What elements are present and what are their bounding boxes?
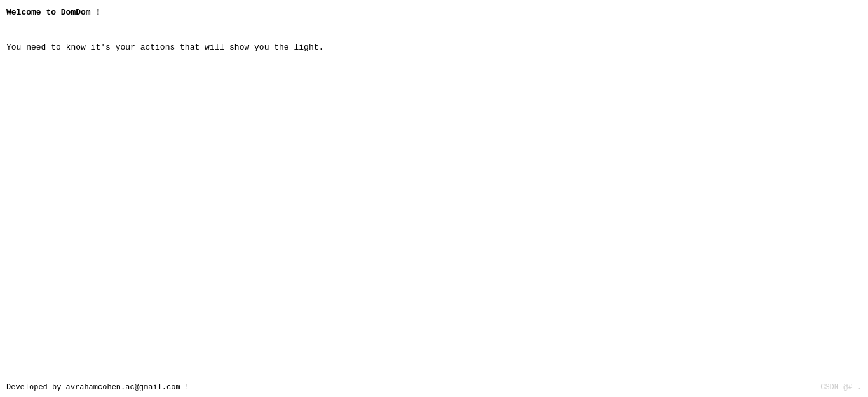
footer-text: Developed by avrahamcohen.ac@gmail.com ! xyxy=(6,383,189,392)
body-text: You need to know it's your actions that … xyxy=(6,43,862,52)
page-title: Welcome to DomDom ! xyxy=(6,8,862,17)
watermark-text: CSDN @# . xyxy=(820,383,862,392)
main-content: Welcome to DomDom ! You need to know it'… xyxy=(0,0,868,60)
